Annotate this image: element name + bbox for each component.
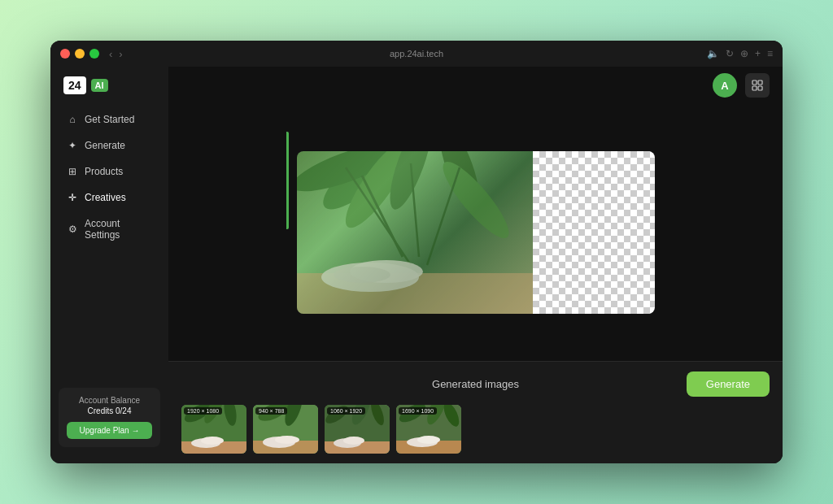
svg-point-9 (434, 154, 517, 245)
avatar[interactable]: A (713, 73, 737, 98)
nav-arrows: ‹ › (109, 48, 123, 60)
sidebar-item-creatives[interactable]: ✛ Creatives (54, 185, 165, 210)
thumbnail-item-1[interactable]: 1920 × 1080 (181, 405, 246, 454)
layout-icon (752, 80, 763, 91)
sidebar-item-account-settings[interactable]: ⚙ Account Settings (54, 211, 165, 247)
logo-number: 24 (63, 76, 86, 94)
svg-rect-0 (752, 80, 757, 85)
sparkle-icon: ✛ (67, 192, 78, 203)
preview-area (168, 104, 783, 361)
thumbnail-item-4[interactable]: 1690 × 1090 (396, 405, 461, 454)
menu-icon[interactable]: ≡ (767, 48, 773, 59)
account-balance-card: Account Balance Credits 0/24 Upgrade Pla… (59, 388, 160, 447)
main-content: 24 AI ⌂ Get Started ✦ Generate ⊞ Product… (50, 67, 783, 463)
maximize-button[interactable] (89, 49, 99, 59)
sidebar: 24 AI ⌂ Get Started ✦ Generate ⊞ Product… (50, 67, 168, 463)
thumb-label-2: 940 × 788 (255, 407, 287, 415)
logo: 24 AI (50, 76, 168, 107)
leaf-svg (297, 151, 533, 314)
minimize-button[interactable] (75, 49, 85, 59)
logo-ai-label: AI (91, 79, 108, 92)
right-panel: A (168, 67, 783, 463)
active-nav-indicator (286, 132, 289, 229)
svg-point-37 (343, 437, 364, 445)
home-icon: ⌂ (67, 114, 78, 125)
generated-header: Generated images Generate (181, 371, 770, 397)
balance-credits: Credits 0/24 (67, 406, 152, 415)
bottom-section: Generated images Generate (168, 361, 783, 463)
generated-images-label: Generated images (377, 378, 574, 390)
nav-items: ⌂ Get Started ✦ Generate ⊞ Products ✛ Cr… (50, 107, 168, 381)
nav-label-products: Products (85, 166, 123, 177)
nav-label-account-settings: Account Settings (85, 218, 152, 241)
thumb-label-1: 1920 × 1080 (184, 407, 222, 415)
generate-button[interactable]: Generate (687, 371, 770, 397)
svg-rect-1 (758, 80, 762, 85)
thumbnails-row: 1920 × 1080 (181, 405, 770, 454)
preview-image-left (297, 151, 533, 314)
nav-label-generate: Generate (85, 140, 125, 151)
shop-icon: ⊞ (67, 166, 78, 177)
header-icons: A (713, 73, 770, 98)
window-controls (60, 49, 99, 59)
preview-container (297, 151, 655, 314)
sidebar-item-get-started[interactable]: ⌂ Get Started (54, 107, 165, 132)
nav-label-creatives: Creatives (85, 192, 126, 203)
refresh-icon[interactable]: ↻ (726, 48, 734, 59)
speaker-icon: 🔈 (707, 48, 719, 59)
close-button[interactable] (60, 49, 70, 59)
back-icon[interactable]: ‹ (109, 48, 112, 60)
svg-rect-3 (758, 86, 762, 90)
forward-icon[interactable]: › (119, 48, 122, 60)
thumb-label-3: 1060 × 1920 (327, 407, 365, 415)
gear-icon: ⚙ (67, 224, 78, 235)
share-icon[interactable]: ⊕ (740, 48, 748, 59)
url-bar[interactable]: app.24ai.tech (390, 49, 443, 59)
thumbnail-item-2[interactable]: 940 × 788 (253, 405, 318, 454)
titlebar: ‹ › app.24ai.tech 🔈 ↻ ⊕ + ≡ (50, 41, 783, 67)
svg-point-17 (334, 267, 390, 283)
svg-line-13 (427, 167, 460, 265)
thumb-label-4: 1690 × 1090 (399, 407, 437, 415)
preview-image-right (533, 151, 655, 314)
main-window: ‹ › app.24ai.tech 🔈 ↻ ⊕ + ≡ 24 AI ⌂ Get … (50, 41, 783, 463)
svg-point-44 (417, 436, 440, 444)
add-tab-icon[interactable]: + (755, 48, 761, 59)
layout-icon-button[interactable] (745, 73, 770, 98)
nav-label-get-started: Get Started (85, 114, 134, 125)
titlebar-right-icons: 🔈 ↻ ⊕ + ≡ (707, 48, 773, 59)
upgrade-plan-button[interactable]: Upgrade Plan → (67, 422, 152, 439)
svg-point-30 (275, 436, 299, 444)
sidebar-item-products[interactable]: ⊞ Products (54, 159, 165, 184)
svg-point-24 (201, 437, 224, 445)
header-row: A (168, 67, 783, 104)
magic-icon: ✦ (67, 140, 78, 151)
balance-title: Account Balance (67, 396, 152, 405)
sidebar-item-generate[interactable]: ✦ Generate (54, 133, 165, 158)
thumbnail-item-3[interactable]: 1060 × 1920 (325, 405, 390, 454)
svg-rect-2 (752, 86, 757, 90)
